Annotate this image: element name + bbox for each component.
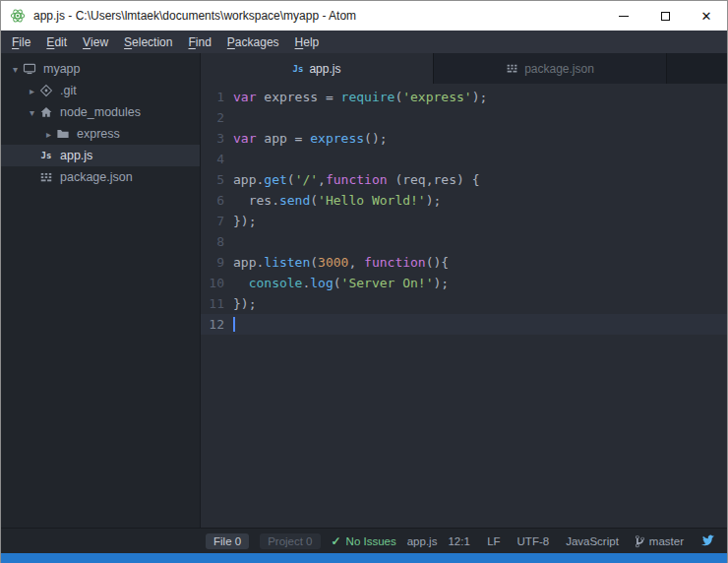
git-branch-indicator[interactable]: master — [636, 534, 684, 548]
line-number: 4 — [201, 149, 233, 169]
tab-package-json[interactable]: package.json — [434, 53, 667, 84]
close-button[interactable]: ✕ — [686, 1, 727, 31]
editor-lines[interactable]: 1var express = require('express');23var … — [201, 84, 727, 528]
tree-item-express[interactable]: ▸express — [1, 123, 200, 145]
title-bar: app.js - C:\Users\lmtaek\documents\works… — [1, 1, 727, 31]
tab-app-js[interactable]: Jsapp.js — [201, 53, 434, 84]
status-file-name[interactable]: app.js — [407, 535, 438, 547]
tree-item-label: .git — [60, 84, 77, 97]
code-line-11[interactable]: 11}); — [201, 293, 727, 314]
code-text: app.get('/',function (req,res) { — [233, 169, 479, 190]
tab-label: package.json — [524, 62, 594, 76]
cursor-position-indicator[interactable]: 12:1 — [448, 535, 469, 547]
chevron-right-icon[interactable]: ▸ — [42, 129, 55, 140]
code-line-12[interactable]: 12 — [201, 314, 727, 335]
bird-icon[interactable] — [700, 533, 715, 548]
code-line-2[interactable]: 2 — [201, 107, 727, 128]
editor-pane: Jsapp.jspackage.json 1var express = requ… — [201, 53, 727, 528]
tree-item-myapp[interactable]: ▾myapp — [1, 58, 200, 80]
tree-item-label: app.js — [60, 149, 92, 162]
code-line-8[interactable]: 8 — [201, 231, 727, 252]
minimize-icon — [619, 16, 629, 17]
code-line-7[interactable]: 7}); — [201, 211, 727, 231]
js-icon: Js — [293, 64, 304, 74]
line-number: 2 — [201, 107, 233, 128]
close-icon: ✕ — [701, 9, 712, 24]
check-icon: ✓ — [332, 534, 341, 548]
menu-edit[interactable]: Edit — [38, 31, 75, 53]
encoding-indicator[interactable]: UTF-8 — [517, 535, 550, 547]
code-line-10[interactable]: 10 console.log('Server On!'); — [201, 273, 727, 293]
chevron-down-icon[interactable]: ▾ — [26, 107, 38, 118]
tree-item-git[interactable]: ▸.git — [1, 80, 200, 101]
line-number: 6 — [201, 190, 233, 211]
code-text: }); — [233, 211, 256, 231]
folder-icon — [55, 126, 71, 142]
maximize-icon — [661, 12, 670, 21]
git-branch-icon — [636, 534, 644, 548]
tree-item-package-json[interactable]: package.json — [1, 166, 200, 188]
line-number: 3 — [201, 128, 233, 149]
tree-item-label: express — [77, 127, 120, 141]
main-area: ▾myapp▸.git▾node_modules▸expressJsapp.js… — [1, 53, 727, 528]
home-icon — [38, 104, 54, 120]
menu-packages[interactable]: Packages — [219, 31, 287, 53]
lint-status-label: No Issues — [346, 535, 396, 547]
js-icon: Js — [38, 148, 54, 163]
code-text — [233, 314, 235, 335]
line-number: 1 — [201, 87, 233, 107]
line-number: 10 — [201, 273, 233, 293]
chevron-right-icon[interactable]: ▸ — [26, 86, 38, 96]
menu-help[interactable]: Help — [287, 31, 328, 53]
code-line-4[interactable]: 4 — [201, 149, 727, 169]
minimize-button[interactable] — [603, 1, 644, 31]
line-number: 8 — [201, 231, 233, 252]
code-text: var app = express(); — [233, 128, 388, 149]
code-text: var express = require('express'); — [233, 87, 487, 107]
code-text: }); — [233, 293, 256, 314]
status-left: File 0 Project 0 ✓ No Issues app.js 12:1 — [206, 533, 487, 549]
tab-bar: Jsapp.jspackage.json — [201, 53, 727, 84]
code-text: res.send('Hello World!'); — [233, 190, 441, 211]
text-cursor — [233, 317, 235, 332]
git-branch-label: master — [649, 535, 684, 547]
code-text: app.listen(3000, function(){ — [233, 252, 449, 273]
atom-logo-icon — [10, 8, 26, 24]
line-number: 5 — [201, 169, 233, 190]
code-text: console.log('Server On!'); — [233, 273, 449, 293]
line-number: 9 — [201, 252, 233, 273]
status-bar: File 0 Project 0 ✓ No Issues app.js 12:1… — [1, 528, 727, 553]
code-line-6[interactable]: 6 res.send('Hello World!'); — [201, 190, 727, 211]
menu-find[interactable]: Find — [180, 31, 218, 53]
menu-selection[interactable]: Selection — [116, 31, 180, 53]
line-number: 11 — [201, 293, 233, 314]
menu-view[interactable]: View — [75, 31, 116, 53]
line-ending-indicator[interactable]: LF — [487, 535, 500, 547]
tree-view: ▾myapp▸.git▾node_modules▸expressJsapp.js… — [1, 53, 201, 528]
window-controls: ✕ — [603, 1, 727, 31]
tree-item-node-modules[interactable]: ▾node_modules — [1, 101, 200, 123]
code-line-3[interactable]: 3var app = express(); — [201, 128, 727, 149]
code-line-5[interactable]: 5app.get('/',function (req,res) { — [201, 169, 727, 190]
chevron-down-icon[interactable]: ▾ — [9, 64, 22, 75]
tree-item-label: node_modules — [60, 105, 141, 119]
project-error-counter[interactable]: Project 0 — [260, 533, 320, 549]
window-title: app.js - C:\Users\lmtaek\documents\works… — [33, 9, 603, 23]
tree-item-label: myapp — [43, 62, 81, 76]
maximize-button[interactable] — [644, 1, 686, 31]
atom-window: app.js - C:\Users\lmtaek\documents\works… — [0, 0, 728, 563]
code-line-9[interactable]: 9app.listen(3000, function(){ — [201, 252, 727, 273]
menu-file[interactable]: File — [4, 31, 38, 53]
code-line-1[interactable]: 1var express = require('express'); — [201, 87, 727, 107]
status-right: LF UTF-8 JavaScript master — [487, 533, 715, 548]
git-icon — [38, 83, 54, 98]
file-error-counter[interactable]: File 0 — [206, 533, 249, 549]
device-icon — [22, 61, 37, 77]
line-number: 12 — [201, 314, 233, 335]
tree-item-app-js[interactable]: Jsapp.js — [1, 145, 200, 166]
npm-icon — [506, 62, 518, 75]
taskbar-strip — [1, 553, 727, 563]
grammar-indicator[interactable]: JavaScript — [566, 535, 619, 547]
tree-item-label: package.json — [60, 170, 133, 184]
lint-status[interactable]: ✓ No Issues — [332, 534, 396, 548]
